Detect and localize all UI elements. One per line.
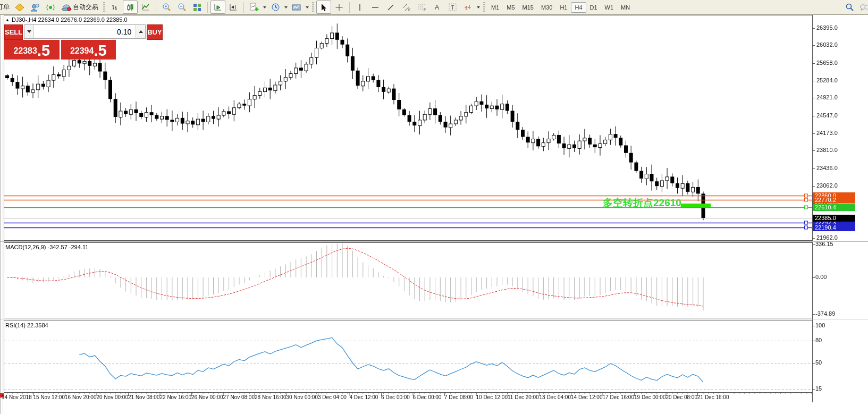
signals-icon xyxy=(46,3,55,12)
periods-button[interactable] xyxy=(268,1,283,14)
sell-button[interactable]: SELL xyxy=(4,24,23,40)
macd-label: MACD(12,26,9) -342.57 -294.11 xyxy=(5,244,88,250)
buy-button[interactable]: BUY xyxy=(147,24,162,40)
timeframe-button-m30[interactable]: M30 xyxy=(537,2,556,13)
chart-title: ▲DJ30-,H4 22634.0 22676.0 22369.0 22385.… xyxy=(5,16,128,23)
trendline-tool-button[interactable] xyxy=(383,1,398,14)
one-click-trading-panel: SELL BUY 22383.5 22394.5 xyxy=(4,24,116,60)
line-chart-icon xyxy=(141,3,150,12)
rsi-label: RSI(14) 22.3584 xyxy=(5,322,48,328)
auto-scroll-button[interactable] xyxy=(210,1,225,14)
line-chart-button[interactable] xyxy=(138,1,153,14)
text-icon: A xyxy=(435,3,440,11)
turning-point-annotation[interactable]: 多空转折点22610 xyxy=(603,196,681,210)
triangle-up-icon xyxy=(139,30,143,33)
search-button[interactable] xyxy=(842,1,857,14)
zoom-out-button[interactable] xyxy=(174,1,189,14)
chart-canvas[interactable] xyxy=(0,0,868,414)
timeframe-button-m5[interactable]: M5 xyxy=(503,2,518,13)
hline-tool-button[interactable] xyxy=(368,1,383,14)
sell-price-frac: .5 xyxy=(37,43,50,59)
signals-button[interactable] xyxy=(43,1,58,14)
template-dropdown[interactable] xyxy=(305,1,310,13)
add-indicator-icon xyxy=(250,3,259,12)
channel-icon: E xyxy=(402,3,411,12)
vline-tool-button[interactable] xyxy=(352,1,367,14)
cursor-button[interactable] xyxy=(316,1,331,14)
label-tool-button[interactable]: T xyxy=(445,1,460,14)
template-button[interactable] xyxy=(289,1,304,14)
bar-chart-button[interactable] xyxy=(107,1,122,14)
crosshair-button[interactable] xyxy=(332,1,347,14)
timeframe-button-m1[interactable]: M1 xyxy=(487,2,503,13)
volume-input[interactable] xyxy=(34,25,136,38)
periods-icon xyxy=(271,3,280,12)
toolbar-grip[interactable] xyxy=(103,2,105,13)
symbol-ohlc-text: DJ30-,H4 22634.0 22676.0 22369.0 22385.0 xyxy=(12,16,128,23)
svg-text:F: F xyxy=(424,8,426,12)
chat-button[interactable] xyxy=(857,1,868,14)
arrows-tool-button[interactable] xyxy=(460,1,475,14)
bar-chart-icon xyxy=(111,3,119,12)
vline-icon xyxy=(356,3,364,12)
timeframe-button-m15[interactable]: M15 xyxy=(519,2,537,13)
toolbar-grip[interactable] xyxy=(483,2,485,13)
volume-increase-button[interactable] xyxy=(136,25,145,38)
order-button[interactable]: 订单 xyxy=(0,3,12,12)
chevron-down-icon xyxy=(263,6,266,9)
autotrading-button[interactable]: 自动交易 xyxy=(58,1,101,14)
template-icon xyxy=(292,3,301,12)
autotrading-label: 自动交易 xyxy=(73,3,98,12)
crosshair-icon xyxy=(335,3,343,12)
arrows-icon xyxy=(464,3,472,12)
chart-shift-button[interactable] xyxy=(226,1,241,14)
tile-windows-button[interactable] xyxy=(190,1,205,14)
candlestick-button[interactable] xyxy=(123,1,138,14)
text-tool-button[interactable]: A xyxy=(429,1,444,14)
trendline-icon xyxy=(386,3,395,12)
new-order-icon xyxy=(15,3,24,12)
timeframe-button-mn[interactable]: MN xyxy=(617,2,634,13)
timeframe-button-w1[interactable]: W1 xyxy=(601,2,618,13)
channel-tool-button[interactable]: E xyxy=(399,1,414,14)
label-icon: T xyxy=(448,3,457,12)
triangle-down-icon xyxy=(27,30,31,33)
buy-price-frac: .5 xyxy=(94,43,106,59)
zoom-out-icon xyxy=(178,3,187,12)
autotrading-icon xyxy=(61,3,72,12)
add-indicator-dropdown[interactable] xyxy=(262,1,267,13)
add-indicator-button[interactable] xyxy=(247,1,262,14)
fibonacci-icon: F xyxy=(417,3,426,12)
chevron-down-icon xyxy=(284,6,288,9)
zoom-in-icon xyxy=(162,3,171,12)
new-order-button[interactable] xyxy=(12,1,27,14)
buy-price-int: 22394 xyxy=(70,43,94,59)
chevron-down-icon xyxy=(477,6,480,9)
mt4-window: 订单 自动交易 xyxy=(0,0,868,414)
sell-price-int: 22383 xyxy=(13,43,37,59)
fibonacci-tool-button[interactable]: F xyxy=(414,1,429,14)
collapse-icon[interactable]: ▲ xyxy=(5,18,10,22)
zoom-in-button[interactable] xyxy=(159,1,174,14)
timeframe-group: M1M5M15M30H1H4D1W1MN xyxy=(487,2,634,13)
cursor-icon xyxy=(319,3,328,12)
timeframe-button-h1[interactable]: H1 xyxy=(556,2,571,13)
sell-price[interactable]: 22383.5 xyxy=(4,40,60,60)
chat-icon xyxy=(859,3,868,12)
svg-text:T: T xyxy=(451,5,454,11)
volume-decrease-button[interactable] xyxy=(24,25,34,38)
timeframe-button-h4[interactable]: H4 xyxy=(571,2,586,13)
profile-button[interactable] xyxy=(28,1,43,14)
timeframe-button-d1[interactable]: D1 xyxy=(586,2,601,13)
buy-price[interactable]: 22394.5 xyxy=(61,40,116,60)
volume-stepper xyxy=(24,24,146,39)
auto-scroll-icon xyxy=(214,3,222,12)
toolbar-grip[interactable] xyxy=(312,2,314,13)
periods-dropdown[interactable] xyxy=(283,1,289,13)
chevron-down-icon xyxy=(306,6,309,9)
arrows-dropdown[interactable] xyxy=(476,1,481,13)
toolbar: 订单 自动交易 xyxy=(0,0,868,15)
svg-text:E: E xyxy=(408,8,411,12)
chart-shift-icon xyxy=(229,3,238,12)
tile-windows-icon xyxy=(193,3,201,12)
